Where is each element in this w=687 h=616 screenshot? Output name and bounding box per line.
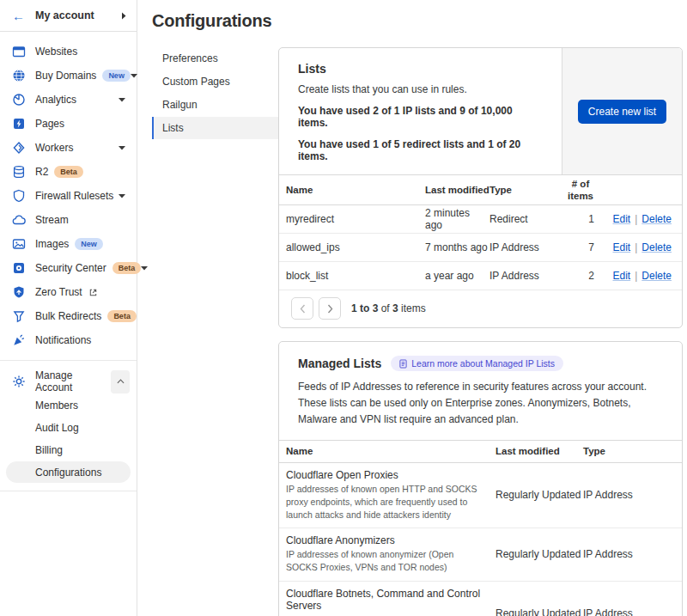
external-link-icon — [88, 288, 98, 297]
create-new-list-button[interactable]: Create new list — [578, 100, 666, 124]
pages-icon — [12, 117, 26, 131]
column-header-last-modified: Last modified — [495, 446, 583, 456]
sidebar-item-label: Security Center — [35, 262, 106, 274]
new-badge: New — [75, 238, 103, 251]
managed-table-header: Name Last modified Type — [279, 440, 682, 463]
column-header-name: Name — [286, 446, 495, 456]
list-item-count: 2 — [562, 270, 599, 282]
sidebar-item-firewall-rulesets[interactable]: Firewall Rulesets — [0, 184, 137, 208]
megaphone-icon — [12, 333, 26, 347]
page-title: Configurations — [152, 11, 683, 31]
chevron-down-icon — [131, 74, 137, 78]
sidebar-item-stream[interactable]: Stream — [0, 208, 137, 232]
chevron-down-icon — [119, 194, 125, 198]
new-badge: New — [102, 70, 131, 82]
list-name: allowed_ips — [286, 241, 425, 253]
sidebar-item-analytics[interactable]: Analytics — [0, 88, 137, 112]
tab-preferences[interactable]: Preferences — [152, 47, 278, 70]
funnel-icon — [12, 309, 26, 323]
sidebar-item-label: Manage Account — [35, 369, 111, 393]
tab-custom-pages[interactable]: Custom Pages — [152, 70, 278, 93]
sidebar-item-r2[interactable]: R2 Beta — [0, 160, 137, 184]
pagination: 1 to 3 of 3 items — [279, 290, 682, 327]
ip-lists-usage: You have used 2 of 1 IP lists and 9 of 1… — [298, 105, 543, 129]
managed-list-name: Cloudflare Anonymizers — [286, 534, 487, 546]
separator: | — [635, 213, 637, 225]
edit-link[interactable]: Edit — [613, 241, 631, 253]
chevron-down-icon — [119, 98, 125, 102]
managed-list-description: IP addresses of known botnet command and… — [286, 613, 487, 616]
image-icon — [12, 237, 26, 251]
table-row: block_list a year ago IP Address 2 Edit|… — [279, 262, 682, 290]
managed-list-name: Cloudflare Open Proxies — [286, 469, 487, 481]
sidebar-divider — [0, 491, 137, 491]
managed-list-type: IP Address — [583, 548, 675, 560]
sidebar-item-images[interactable]: Images New — [0, 232, 137, 256]
edit-link[interactable]: Edit — [613, 213, 631, 225]
lists-table-header: Name Last modified Type # of items — [279, 175, 682, 205]
beta-badge: Beta — [107, 310, 137, 323]
pagination-status: 1 to 3 of 3 items — [351, 302, 426, 314]
sidebar-item-websites[interactable]: Websites — [0, 40, 137, 64]
tab-lists[interactable]: Lists — [152, 117, 278, 139]
cloud-icon — [12, 213, 26, 227]
list-name: block_list — [286, 270, 425, 282]
sidebar-item-configurations[interactable]: Configurations — [6, 461, 131, 483]
security-center-icon — [12, 261, 26, 275]
next-page-button[interactable] — [319, 297, 341, 320]
learn-more-link[interactable]: Learn more about Managed IP Lists — [391, 356, 563, 371]
browser-icon — [12, 45, 26, 58]
account-sidebar: ← My account Websites Buy Domains New — [0, 0, 137, 616]
sidebar-item-manage-account[interactable]: Manage Account — [0, 369, 137, 394]
tab-label: Custom Pages — [162, 76, 230, 88]
lists-card: Lists Create lists that you can use in r… — [278, 47, 683, 328]
sidebar-item-label: Websites — [35, 46, 77, 58]
back-arrow-icon[interactable]: ← — [12, 9, 25, 22]
account-name: My account — [35, 9, 121, 21]
managed-list-last-modified: Regularly Updated — [495, 489, 583, 501]
create-list-panel: Create new list — [562, 48, 682, 174]
list-item-count: 7 — [562, 241, 599, 253]
managed-list-type: IP Address — [583, 489, 675, 501]
sidebar-item-label: Zero Trust — [35, 286, 82, 298]
tab-label: Preferences — [162, 52, 218, 64]
edit-link[interactable]: Edit — [613, 270, 631, 282]
delete-link[interactable]: Delete — [641, 241, 672, 253]
column-header-type: Type — [489, 185, 562, 195]
sidebar-item-bulk-redirects[interactable]: Bulk Redirects Beta — [0, 304, 137, 328]
gear-icon — [12, 375, 26, 388]
globe-icon — [12, 69, 26, 82]
delete-link[interactable]: Delete — [641, 213, 672, 225]
sidebar-item-notifications[interactable]: Notifications — [0, 328, 137, 352]
tab-railgun[interactable]: Railgun — [152, 94, 278, 116]
table-row: Cloudflare Botnets, Command and Control … — [279, 582, 682, 616]
delete-link[interactable]: Delete — [641, 270, 672, 282]
collapse-section-button[interactable] — [111, 370, 130, 393]
sidebar-item-label: Notifications — [35, 334, 91, 346]
sidebar-item-workers[interactable]: Workers — [0, 136, 137, 160]
list-name: myredirect — [286, 213, 425, 225]
sidebar-item-security-center[interactable]: Security Center Beta — [0, 256, 137, 280]
previous-page-button[interactable] — [291, 297, 313, 320]
sidebar-back-header[interactable]: ← My account — [0, 0, 137, 32]
sidebar-item-buy-domains[interactable]: Buy Domains New — [0, 64, 137, 88]
managed-list-last-modified: Regularly Updated — [495, 607, 583, 616]
table-row: myredirect 2 minutes ago Redirect 1 Edit… — [279, 205, 682, 234]
list-type: IP Address — [489, 241, 562, 253]
managed-lists-description: Feeds of IP Addresses to reference in se… — [298, 379, 663, 429]
column-header-name: Name — [286, 185, 425, 195]
table-row: Cloudflare Anonymizers IP addresses of k… — [279, 528, 682, 581]
list-last-modified: a year ago — [425, 270, 489, 282]
sidebar-item-label: Firewall Rulesets — [35, 190, 113, 202]
sidebar-item-zero-trust[interactable]: Zero Trust — [0, 280, 137, 304]
chevron-down-icon — [119, 146, 125, 150]
column-header-items: # of items — [562, 178, 599, 203]
sidebar-item-pages[interactable]: Pages — [0, 112, 137, 136]
sidebar-item-label: Images — [35, 238, 69, 250]
sidebar-item-billing[interactable]: Billing — [6, 439, 131, 460]
sidebar-item-label: Pages — [35, 118, 64, 130]
sidebar-item-label: Stream — [35, 214, 69, 226]
sidebar-item-members[interactable]: Members — [6, 394, 131, 416]
lists-card-description: Create lists that you can use in rules. — [298, 83, 543, 95]
sidebar-item-audit-log[interactable]: Audit Log — [6, 417, 131, 438]
